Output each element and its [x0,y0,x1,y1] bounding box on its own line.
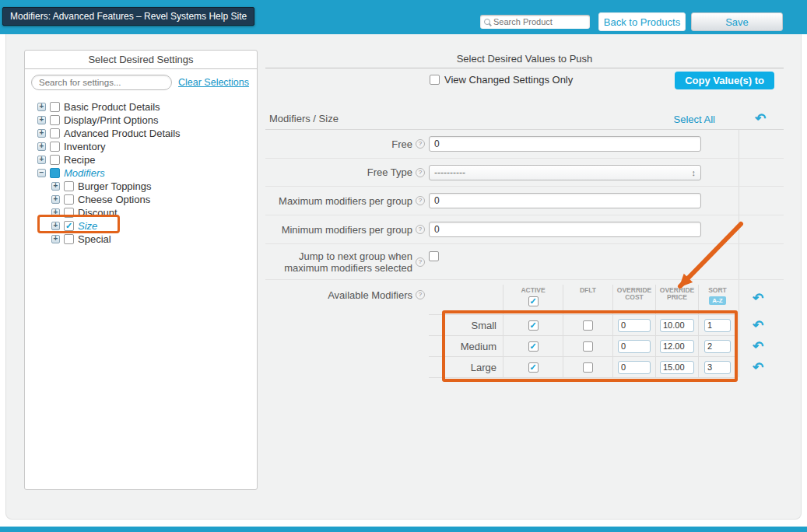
modifiers-table-header: ACTIVE ✓ DFLT OVERRIDE COST OVERRIDE PRI… [429,285,736,314]
undo-icon[interactable]: ↶ [753,109,768,129]
tree-checkbox[interactable] [50,168,60,178]
min-modifiers-input[interactable] [429,222,701,237]
tree-item-label[interactable]: Recipe [64,154,95,166]
tree-checkbox[interactable] [50,102,60,112]
modifier-sort-input[interactable] [704,361,731,374]
undo-icon[interactable]: ↶ [750,336,766,357]
view-changed-label: View Changed Settings Only [444,74,573,86]
content-area: Select Desired Settings Clear Selections… [5,34,802,520]
tree-item[interactable]: + Recipe [31,153,252,166]
tree-item[interactable]: + Cheese Options [31,193,252,206]
info-icon[interactable]: ? [416,290,425,299]
modifiers-table: ACTIVE ✓ DFLT OVERRIDE COST OVERRIDE PRI… [429,285,736,378]
max-modifiers-input[interactable] [429,193,701,208]
tree-expander-icon[interactable]: + [51,208,60,217]
tree-checkbox[interactable] [64,234,74,244]
tree-checkbox[interactable] [50,142,60,152]
tree-checkbox[interactable] [64,181,74,191]
tree-expander-icon[interactable]: − [37,169,46,177]
settings-search-input[interactable] [31,75,172,90]
tree-expander-icon[interactable]: + [37,103,46,111]
modifier-dflt-checkbox[interactable] [583,362,593,373]
tree-item-label[interactable]: Special [78,233,111,245]
modifier-active-checkbox[interactable]: ✓ [528,341,539,352]
undo-icon[interactable]: ↶ [750,285,766,313]
tree-item-label[interactable]: Display/Print Options [64,114,158,126]
tree-expander-icon[interactable]: + [37,116,46,124]
settings-panel: Select Desired Settings Clear Selections… [24,50,258,490]
modifier-override-price-input[interactable] [660,340,694,353]
min-modifiers-row: Minimum modifiers per group ? [265,215,784,244]
jump-next-group-row: Jump to next group when maximum modifier… [265,244,784,280]
active-all-checkbox[interactable]: ✓ [528,296,539,306]
tree-expander-icon[interactable]: + [37,156,46,164]
tree-expander-icon[interactable]: + [37,129,46,138]
tree-item[interactable]: + Burger Toppings [31,180,252,193]
free-input[interactable] [429,136,701,152]
tree-item-label[interactable]: Basic Product Details [64,101,160,113]
tree-expander-icon[interactable]: + [51,235,60,243]
tree-expander-icon[interactable]: + [51,195,60,204]
select-all-link[interactable]: Select All [674,114,715,125]
tree-expander-icon[interactable]: + [51,222,60,230]
screen: Back to Products Save Modifiers: Advance… [0,0,807,532]
tree-item-label[interactable]: Advanced Product Details [64,128,181,139]
tree-item[interactable]: + Discount [31,206,252,219]
info-icon[interactable]: ? [416,257,425,267]
tree-item[interactable]: + Inventory [31,140,252,153]
tree-item[interactable]: + ✓ Size [31,219,252,233]
tree-checkbox[interactable] [64,194,74,205]
jump-next-group-checkbox[interactable] [429,251,439,261]
tree-expander-icon[interactable]: + [37,142,46,151]
modifier-active-checkbox[interactable]: ✓ [528,320,539,331]
clear-selections-link[interactable]: Clear Selections [178,77,249,88]
tree-item-label[interactable]: Inventory [64,141,105,152]
tree-item-label[interactable]: Discount [78,207,118,219]
tree-checkbox[interactable] [50,155,60,165]
modifier-active-checkbox[interactable]: ✓ [528,362,539,373]
modifier-row: Large ✓ ↶ [429,356,736,377]
tree-checkbox[interactable]: ✓ [64,221,74,231]
free-type-row: Free Type ? ---------- ↕ [265,159,784,187]
view-changed-checkbox[interactable] [430,75,440,85]
section-header: Modifiers / Size Select All ↶ [265,109,784,130]
view-changed-settings-control[interactable]: View Changed Settings Only [430,74,573,86]
modifier-override-price-input[interactable] [660,361,694,374]
copy-values-button[interactable]: Copy Value(s) to [675,72,774,89]
modifier-sort-input[interactable] [704,319,731,332]
tree-item-label[interactable]: Size [78,220,97,232]
modifier-override-cost-input[interactable] [618,361,651,374]
info-icon[interactable]: ? [416,225,425,234]
tree-checkbox[interactable] [50,115,60,125]
tree-item-label[interactable]: Cheese Options [78,194,150,205]
info-icon[interactable]: ? [416,196,425,205]
tree-item[interactable]: + Display/Print Options [31,114,252,127]
tree-expander-icon[interactable]: + [51,182,60,191]
modifier-override-price-input[interactable] [660,319,694,332]
modifier-override-cost-input[interactable] [618,319,651,332]
tree-item[interactable]: − Modifiers [31,166,252,180]
available-modifiers-row: Available Modifiers ? ACTIVE ✓ DFLT [265,280,784,385]
back-to-products-button[interactable]: Back to Products [598,12,686,31]
modifier-override-cost-input[interactable] [618,340,651,353]
free-type-select[interactable]: ---------- ↕ [429,165,701,180]
info-icon[interactable]: ? [416,139,425,149]
sort-az-badge[interactable]: A-Z [709,296,725,305]
modifier-dflt-checkbox[interactable] [583,320,593,331]
tree-item-label[interactable]: Burger Toppings [78,180,151,192]
tree-item-label[interactable]: Modifiers [64,167,105,179]
free-type-label: Free Type [367,166,412,178]
info-icon[interactable]: ? [416,168,425,177]
tree-checkbox[interactable] [50,128,60,138]
tree-checkbox[interactable] [64,208,74,218]
modifier-dflt-checkbox[interactable] [583,341,593,352]
active-column-header: ACTIVE ✓ [503,285,563,314]
tree-item[interactable]: + Advanced Product Details [31,127,252,140]
undo-icon[interactable]: ↶ [750,357,766,378]
product-search-input[interactable] [493,17,586,26]
modifier-sort-input[interactable] [704,340,731,353]
tree-item[interactable]: + Special [31,233,252,246]
undo-icon[interactable]: ↶ [750,315,766,336]
tree-item[interactable]: + Basic Product Details [31,100,252,114]
save-button[interactable]: Save [691,12,783,31]
